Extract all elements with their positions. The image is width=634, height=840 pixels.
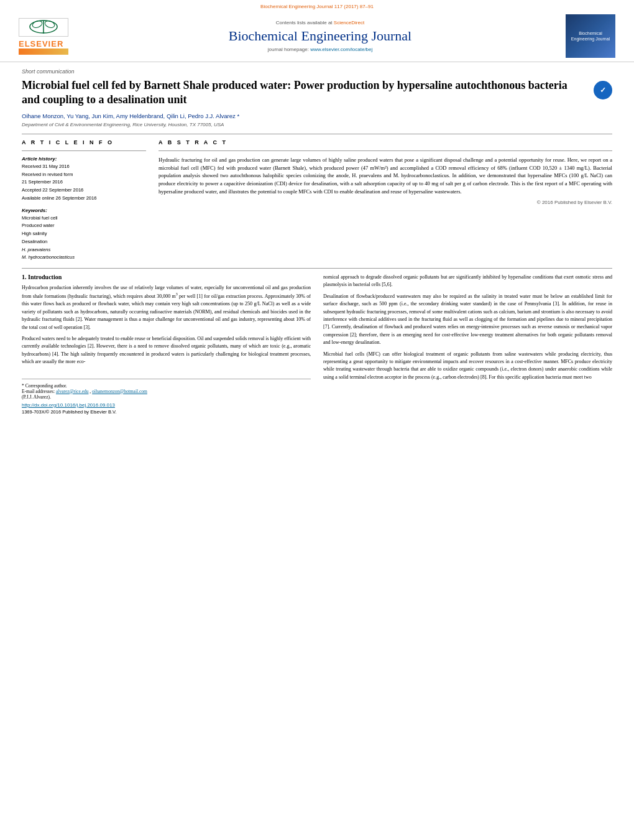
homepage-link[interactable]: www.elsevier.com/locate/bej — [310, 47, 372, 52]
body-left: 1. Introduction Hydrocarbon production i… — [22, 274, 311, 415]
abstract-title: A B S T R A C T — [158, 139, 612, 145]
article-type-label: Short communication — [22, 68, 612, 75]
body-section: 1. Introduction Hydrocarbon production i… — [22, 274, 612, 415]
contents-label: Contents lists available at — [276, 20, 333, 25]
body-right: nomical approach to degrade dissolved or… — [323, 274, 612, 415]
received-date: Received 31 May 2016 — [22, 163, 146, 171]
keyword-2: Produced water — [22, 222, 146, 230]
doi-url[interactable]: http://dx.doi.org/10.1016/j.bej.2016.09.… — [22, 402, 311, 408]
right-para1: nomical approach to degrade dissolved or… — [323, 274, 612, 289]
intro-title: Introduction — [28, 274, 62, 280]
article-title: Microbial fuel cell fed by Barnett Shale… — [22, 78, 587, 108]
received-revised-text: Received in revised form — [22, 172, 73, 177]
abstract-section: A B S T R A C T Hydraulic fracturing for… — [158, 139, 612, 262]
divider-2 — [22, 268, 612, 269]
available-label: Available online 26 September 2016 — [22, 195, 96, 201]
intro-heading: 1. Introduction — [22, 274, 311, 280]
elsevier-tree-logo — [19, 18, 68, 37]
page: Biochemical Engineering Journal 117 (201… — [0, 0, 634, 840]
authors: Oihane Monzon, Yu Yang, Jun Kim, Amy Hel… — [22, 113, 612, 119]
abstract-text: Hydraulic fracturing for oil and gas pro… — [158, 156, 612, 196]
elsevier-color-bar — [19, 48, 68, 55]
main-content: Short communication Microbial fuel cell … — [0, 62, 634, 421]
journal-thumbnail-text: Biochemical Engineering Journal — [568, 30, 613, 42]
homepage-line: journal homepage: www.elsevier.com/locat… — [87, 47, 553, 52]
doi-copyright: 1369-703X/© 2016 Published by Elsevier B… — [22, 409, 311, 415]
title-row: Microbial fuel cell fed by Barnett Shale… — [22, 78, 612, 113]
keyword-3: High salinity — [22, 230, 146, 238]
email1[interactable]: alvarez@rice.edu — [56, 389, 89, 394]
abstract-copyright: © 2016 Published by Elsevier B.V. — [158, 200, 612, 205]
sciencedirect-link[interactable]: ScienceDirect — [334, 20, 364, 25]
divider-info — [22, 150, 146, 151]
journal-name-header: Biochemical Engineering Journal — [87, 28, 553, 44]
keyword-5: H. praevalens — [22, 246, 146, 254]
contents-line: Contents lists available at ScienceDirec… — [87, 20, 553, 25]
header-center: Contents lists available at ScienceDirec… — [75, 20, 566, 52]
keyword-4: Desalination — [22, 238, 146, 246]
doi-link[interactable]: http://dx.doi.org/10.1016/j.bej.2016.09.… — [22, 402, 115, 408]
right-para2: Desalination of flowback/produced wastew… — [323, 293, 612, 347]
divider-1 — [22, 134, 612, 134]
crossmark-badge: ✓ — [594, 81, 612, 99]
received-revised-date: 21 September 2016 — [22, 178, 146, 187]
article-info-abstract-section: A R T I C L E I N F O Article history: R… — [22, 139, 612, 262]
received-revised-date-text: 21 September 2016 — [22, 179, 63, 185]
email2[interactable]: oihanemonzon@hotmail.com — [92, 389, 147, 394]
journal-bar: Biochemical Engineering Journal 117 (201… — [0, 0, 634, 11]
crossmark-icon: ✓ — [600, 86, 606, 95]
keyword-6: M. hydrocarbonoclasticus — [22, 254, 146, 262]
abstract-body: Hydraulic fracturing for oil and gas pro… — [158, 157, 612, 195]
homepage-label: journal homepage: — [268, 47, 309, 52]
elsevier-wordmark: ELSEVIER — [19, 39, 63, 48]
journal-thumbnail: Biochemical Engineering Journal — [566, 14, 615, 58]
affiliation: Department of Civil & Environmental Engi… — [22, 122, 612, 127]
history-label: Article history: — [22, 156, 146, 162]
received-label: Received 31 May 2016 — [22, 164, 70, 169]
corresponding-label: * Corresponding author. — [22, 383, 311, 389]
email-label: E-mail addresses: — [22, 389, 55, 394]
footnote-area: * Corresponding author. E-mail addresses… — [22, 379, 311, 400]
keywords-label: Keywords: — [22, 208, 146, 213]
intro-para2: Produced waters need to be adequately tr… — [22, 335, 311, 366]
available-date: Available online 26 September 2016 — [22, 195, 146, 203]
divider-abstract — [158, 150, 612, 151]
header-section: ELSEVIER Contents lists available at Sci… — [0, 11, 634, 62]
article-info: A R T I C L E I N F O Article history: R… — [22, 139, 146, 262]
elsevier-logo: ELSEVIER — [19, 18, 75, 55]
journal-citation: Biochemical Engineering Journal 117 (201… — [260, 4, 374, 9]
right-para3: Microbial fuel cells (MFC) can offer bio… — [323, 351, 612, 382]
accepted-label: Accepted 22 September 2016 — [22, 187, 83, 193]
article-info-title: A R T I C L E I N F O — [22, 139, 146, 145]
intro-number: 1. — [22, 274, 27, 280]
accepted-date: Accepted 22 September 2016 — [22, 187, 146, 195]
received-revised-label: Received in revised form — [22, 171, 146, 179]
intro-para1: Hydrocarbon production inherently involv… — [22, 284, 311, 331]
email-row: E-mail addresses: alvarez@rice.edu , oih… — [22, 389, 311, 394]
keyword-1: Microbial fuel cell — [22, 215, 146, 223]
email-sep: , — [90, 389, 91, 394]
email-suffix: (P.J.J. Alvarez). — [22, 394, 311, 400]
